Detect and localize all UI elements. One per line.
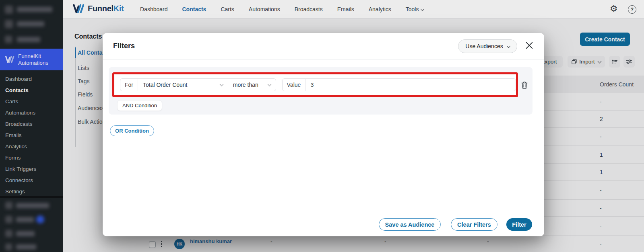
chevron-down-icon (506, 44, 510, 48)
filter-condition-group: For Total Order Count more than (120, 78, 276, 91)
for-label: For (120, 79, 138, 91)
filter-group-panel: For Total Order Count more than Value (109, 67, 533, 115)
save-as-audience-button[interactable]: Save as Audience (379, 218, 441, 231)
clear-filters-button[interactable]: Clear Filters (451, 218, 497, 231)
filters-modal: Filters Use Audiences For Total Order Co… (103, 33, 544, 236)
trash-icon (521, 81, 528, 89)
filter-field-select[interactable]: Total Order Count (138, 79, 228, 91)
modal-header-divider (103, 59, 544, 60)
filter-button[interactable]: Filter (506, 218, 532, 231)
and-condition-button[interactable]: AND Condition (117, 100, 162, 111)
use-audiences-button[interactable]: Use Audiences (458, 39, 517, 53)
value-label: Value (283, 79, 306, 91)
or-condition-button[interactable]: OR Condition (110, 125, 154, 136)
chevron-down-icon (219, 82, 223, 86)
highlighted-filter-row: For Total Order Count more than Value (112, 72, 518, 97)
filter-value-input[interactable] (305, 79, 516, 91)
close-icon[interactable] (526, 42, 533, 49)
modal-footer-divider (103, 208, 544, 208)
filter-value-group: Value (282, 78, 516, 91)
chevron-down-icon (267, 82, 271, 86)
filter-operator-select[interactable]: more than (228, 79, 276, 91)
delete-filter-button[interactable] (520, 81, 529, 90)
modal-title: Filters (113, 42, 135, 50)
